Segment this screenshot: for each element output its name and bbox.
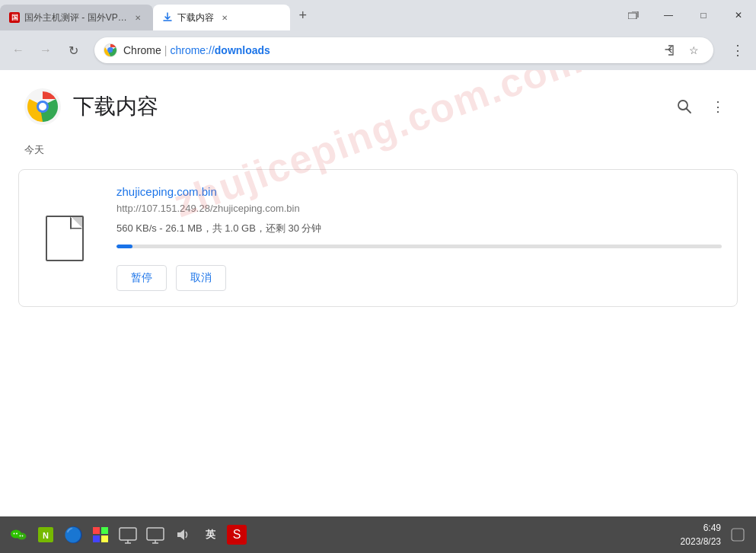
taskbar-icon-s[interactable]: S bbox=[227, 525, 247, 545]
section-today: 今天 bbox=[0, 137, 756, 163]
chrome-logo-small bbox=[104, 43, 117, 57]
page-content: zhujiceping.com.com 下载内容 bbox=[0, 70, 756, 516]
taskbar-icon-display2[interactable] bbox=[145, 524, 166, 545]
address-text: Chrome | chrome://downloads bbox=[123, 44, 652, 56]
window-controls: — □ ✕ bbox=[616, 0, 756, 30]
page-title: 下载内容 bbox=[73, 92, 659, 121]
svg-marker-31 bbox=[177, 529, 184, 540]
progress-bar-track bbox=[116, 245, 722, 248]
browser-menu-button[interactable]: ⋮ bbox=[726, 38, 750, 62]
svg-rect-21 bbox=[93, 527, 100, 534]
tab-active-label: 下载内容 bbox=[177, 11, 214, 24]
new-tab-button[interactable]: + bbox=[290, 2, 316, 28]
cancel-button[interactable]: 取消 bbox=[176, 265, 226, 291]
tab-close-active[interactable]: ✕ bbox=[219, 11, 231, 24]
svg-rect-32 bbox=[732, 529, 744, 541]
file-name-link[interactable]: zhujiceping.com.bin bbox=[116, 185, 722, 198]
taskbar-icon-bluetooth[interactable]: 🔵 bbox=[62, 524, 84, 545]
download-item: zhujiceping.com.bin http://107.151.249.2… bbox=[18, 169, 738, 307]
clock-time: 6:49 bbox=[681, 521, 721, 535]
download-actions: 暂停 取消 bbox=[116, 265, 722, 291]
svg-point-10 bbox=[39, 103, 46, 110]
progress-bar-fill bbox=[116, 245, 132, 248]
chrome-logo-big bbox=[24, 88, 61, 125]
tab-active[interactable]: 下载内容 ✕ bbox=[153, 5, 290, 30]
svg-point-15 bbox=[14, 533, 15, 535]
taskbar: N 🔵 英 S 6:49 2023/8/23 bbox=[0, 516, 756, 553]
taskbar-icon-display1[interactable] bbox=[117, 524, 139, 545]
taskbar-icon-wechat[interactable] bbox=[8, 524, 29, 545]
address-bar-input[interactable]: Chrome | chrome://downloads ☆ bbox=[94, 37, 713, 63]
download-item-content: zhujiceping.com.bin http://107.151.249.2… bbox=[110, 170, 737, 306]
pause-button[interactable]: 暂停 bbox=[116, 265, 167, 291]
file-url: http://107.151.249.28/zhujiceping.com.bi… bbox=[116, 203, 722, 214]
clock-date: 2023/8/23 bbox=[681, 535, 721, 548]
taskbar-icon-volume[interactable] bbox=[172, 524, 193, 545]
more-menu-button[interactable]: ⋮ bbox=[704, 93, 732, 120]
share-button[interactable] bbox=[659, 40, 680, 61]
svg-text:N: N bbox=[43, 531, 49, 540]
forward-button[interactable]: → bbox=[33, 38, 58, 62]
downloads-header: 下载内容 ⋮ bbox=[0, 70, 756, 137]
taskbar-icon-nvidia[interactable]: N bbox=[35, 524, 56, 545]
refresh-button[interactable]: ↻ bbox=[61, 38, 85, 62]
close-button[interactable]: ✕ bbox=[721, 0, 756, 30]
taskbar-icon-ime[interactable]: 英 bbox=[199, 524, 221, 545]
download-item-icon-area bbox=[19, 170, 110, 306]
taskbar-clock: 6:49 2023/8/23 bbox=[681, 521, 721, 548]
title-bar: 国 国外主机测评 - 国外VP… ✕ 下载内容 ✕ + — □ ✕ bbox=[0, 0, 756, 30]
search-button[interactable] bbox=[671, 93, 698, 120]
tab-download-icon bbox=[162, 12, 173, 23]
svg-rect-25 bbox=[120, 528, 136, 540]
minimize-button[interactable]: — bbox=[651, 0, 686, 30]
svg-rect-23 bbox=[93, 535, 100, 542]
svg-point-17 bbox=[20, 535, 21, 537]
tab-inactive[interactable]: 国 国外主机测评 - 国外VP… ✕ bbox=[0, 5, 153, 30]
bookmark-button[interactable]: ☆ bbox=[683, 40, 704, 61]
address-sep: | bbox=[164, 44, 167, 56]
address-url: chrome://downloads bbox=[170, 44, 270, 56]
svg-line-12 bbox=[687, 109, 691, 113]
svg-point-4 bbox=[109, 49, 113, 53]
header-actions: ⋮ bbox=[671, 93, 732, 120]
address-actions: ☆ bbox=[659, 40, 704, 61]
tab-favicon-inactive: 国 bbox=[9, 12, 20, 23]
notification-button[interactable] bbox=[727, 524, 748, 545]
browser-window: 国 国外主机测评 - 国外VP… ✕ 下载内容 ✕ + — □ ✕ bbox=[0, 0, 756, 553]
svg-rect-22 bbox=[101, 527, 108, 534]
svg-rect-28 bbox=[147, 528, 164, 540]
address-bar: ← → ↻ Chrome | bbox=[0, 30, 756, 70]
taskbar-icon-app4[interactable] bbox=[90, 524, 111, 545]
svg-point-16 bbox=[16, 533, 18, 535]
back-button[interactable]: ← bbox=[6, 38, 30, 62]
progress-info: 560 KB/s - 26.1 MB，共 1.0 GB，还剩 30 分钟 bbox=[116, 222, 722, 235]
restore-icon bbox=[616, 0, 651, 30]
svg-rect-24 bbox=[101, 535, 108, 542]
tab-inactive-label: 国外主机测评 - 国外VP… bbox=[24, 11, 127, 24]
tab-close-inactive[interactable]: ✕ bbox=[132, 11, 144, 24]
address-chrome: Chrome bbox=[123, 44, 161, 56]
svg-point-14 bbox=[18, 533, 27, 540]
maximize-button[interactable]: □ bbox=[686, 0, 721, 30]
svg-point-18 bbox=[22, 535, 24, 537]
file-icon bbox=[46, 216, 84, 261]
